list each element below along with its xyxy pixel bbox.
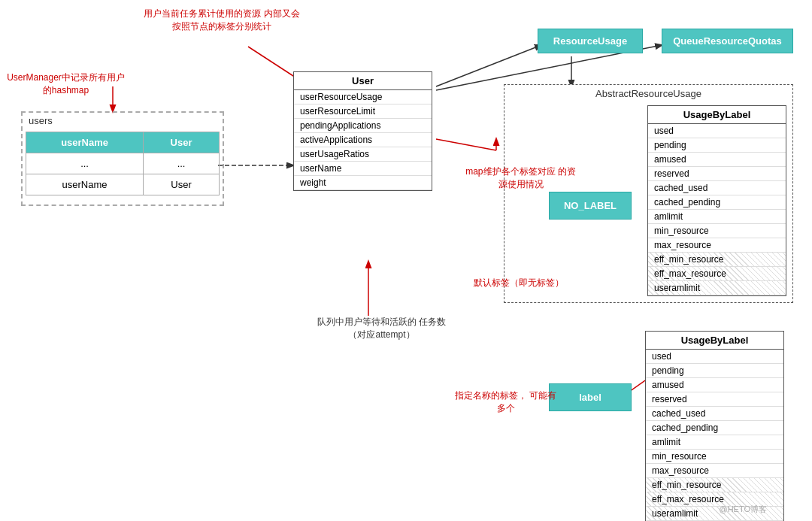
user-field-userResourceLimit: userResourceLimit (294, 105, 432, 119)
resource-usage-label: ResourceUsage (553, 35, 627, 47)
ubl2-cached-used: cached_used (646, 407, 783, 421)
label-box: label (549, 383, 632, 411)
table-row: userName User (26, 174, 220, 195)
ubl2-used: used (646, 350, 783, 364)
ubl1-cached-used: cached_used (648, 181, 786, 195)
ubl2-pending: pending (646, 364, 783, 378)
usage-by-label-2-header: UsageByLabel (646, 332, 783, 350)
table-cell-user: User (144, 174, 220, 195)
abstract-resource-usage-box: AbstractResourceUsage UsageByLabel used … (504, 84, 793, 303)
ubl1-amused: amused (648, 153, 786, 167)
queue-resource-quotas-box: QueueResourceQuotas (662, 29, 793, 53)
usage-by-label-1-header: UsageByLabel (648, 106, 786, 124)
ubl1-amlimit: amlimit (648, 210, 786, 224)
user-field-weight: weight (294, 176, 432, 190)
usage-by-label-1-box: UsageByLabel used pending amused reserve… (647, 105, 786, 296)
ubl1-used: used (648, 124, 786, 138)
ubl1-eff-min-resource: eff_min_resource (648, 253, 786, 267)
diagram-container: 用户当前任务累计使用的资源 内部又会按照节点的标签分别统计 UserManage… (0, 0, 812, 521)
queue-resource-quotas-label: QueueResourceQuotas (673, 35, 782, 47)
user-class-box: User userResourceUsage userResourceLimit… (293, 71, 432, 191)
no-label-box: NO_LABEL (549, 192, 632, 220)
label-text: label (579, 392, 601, 403)
table-cell-dots2: ... (144, 153, 220, 174)
ubl2-amused: amused (646, 378, 783, 392)
ubl1-cached-pending: cached_pending (648, 195, 786, 210)
no-label-text: NO_LABEL (564, 200, 617, 211)
usage-by-label-2-box: UsageByLabel used pending amused reserve… (645, 331, 784, 521)
ubl1-max-resource: max_resource (648, 238, 786, 253)
watermark: @HETO博客 (719, 504, 767, 515)
ubl1-pending: pending (648, 138, 786, 153)
abstract-resource-usage-header: AbstractResourceUsage (504, 85, 792, 102)
top-annotation: 用户当前任务累计使用的资源 内部又会按照节点的标签分别统计 (143, 8, 301, 33)
ubl2-eff-min-resource: eff_min_resource (646, 478, 783, 492)
ubl2-min-resource: min_resource (646, 450, 783, 464)
user-field-pendingApplications: pendingApplications (294, 119, 432, 133)
user-field-userName: userName (294, 162, 432, 176)
table-row: userName User (26, 132, 220, 153)
table-cell-dots1: ... (26, 153, 144, 174)
ubl2-reserved: reserved (646, 392, 783, 407)
user-field-activeApplications: activeApplications (294, 133, 432, 147)
resource-usage-box: ResourceUsage (538, 29, 643, 53)
ubl1-min-resource: min_resource (648, 224, 786, 238)
svg-line-3 (436, 45, 541, 86)
ubl2-cached-pending: cached_pending (646, 421, 783, 435)
users-table: users userName User ... ... userName Use… (21, 111, 224, 206)
label-annotation: 指定名称的标签， 可能有多个 (451, 389, 560, 415)
no-label-annotation: 默认标签（即无标签） (466, 277, 571, 289)
table-cell-user-header: User (144, 132, 220, 153)
users-table-title: users (23, 113, 223, 129)
ubl1-useramlimit: useramlimit (648, 281, 786, 295)
users-inner-table: userName User ... ... userName User (26, 132, 220, 195)
map-annotation: map维护各个标签对应 的资源使用情况 (462, 165, 579, 191)
ubl1-reserved: reserved (648, 167, 786, 181)
user-field-userResourceUsage: userResourceUsage (294, 90, 432, 105)
svg-line-7 (436, 139, 496, 150)
ubl1-eff-max-resource: eff_max_resource (648, 267, 786, 281)
left-annotation: UserManager中记录所有用户的hashmap (4, 71, 128, 97)
ubl2-max-resource: max_resource (646, 464, 783, 478)
table-row: ... ... (26, 153, 220, 174)
user-field-userUsageRatios: userUsageRatios (294, 147, 432, 162)
user-class-header: User (294, 72, 432, 90)
queue-annotation: 队列中用户等待和活跃的 任务数（对应attempt） (316, 316, 447, 341)
table-cell-username: userName (26, 174, 144, 195)
ubl2-amlimit: amlimit (646, 435, 783, 450)
table-cell-username-header: userName (26, 132, 144, 153)
